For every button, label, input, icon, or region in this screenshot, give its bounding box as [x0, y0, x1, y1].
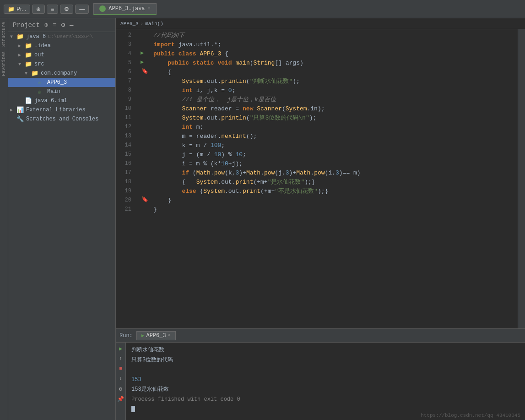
code-line-15: j = (m / 10 ) % 10 ;	[152, 150, 518, 159]
line-15: 15	[116, 150, 135, 159]
run-pin-btn[interactable]: 📌	[117, 395, 125, 403]
run-toolbar: ▶ ↑ ■ ↓ ⚙ 📌	[116, 343, 126, 420]
tree-idea[interactable]: ▶ 📁 .idea	[8, 41, 115, 50]
code-line-9: //i 是个位， j是十位，k是百位	[152, 95, 518, 104]
line-9: 9	[116, 95, 135, 104]
left-edge-panel: Structure Favorites	[0, 18, 8, 420]
output-cursor	[131, 406, 135, 412]
code-line-16: i = m % (k* 10 +j);	[152, 159, 518, 169]
line-13: 13	[116, 132, 135, 141]
right-scrollbar[interactable]	[518, 29, 525, 328]
tree-ext-libs[interactable]: ▶ 📊 External Libraries	[8, 105, 115, 115]
breakpoint-4: ▶	[141, 49, 144, 56]
settings-button2[interactable]: ≡	[47, 5, 58, 14]
code-line-12: int m;	[152, 123, 518, 132]
line-5: 5	[116, 59, 135, 68]
iml-label: java 6.iml	[34, 98, 67, 104]
output-line-2: 只算3位数的代码	[131, 355, 520, 365]
run-label: Run:	[119, 333, 133, 339]
code-line-3: import java.util.*;	[152, 40, 518, 49]
run-play-btn[interactable]: ▶	[117, 344, 125, 353]
gutter: ▶ ▶ 🔖 🔖	[139, 29, 152, 328]
src-icon: 📁	[25, 60, 33, 68]
run-up-btn[interactable]: ↑	[117, 355, 125, 363]
favorites-label[interactable]: Favorites	[0, 49, 7, 78]
line-18: 18	[116, 178, 135, 187]
code-line-17: if ( Math . pow (k, 3 )+ Math . pow (j, …	[152, 169, 518, 178]
code-content[interactable]: //代码如下 import java.util.*; public class …	[152, 29, 518, 328]
scratch-label: Scratches and Consoles	[26, 116, 98, 122]
sidebar-title: Project	[12, 21, 41, 30]
run-tab-close[interactable]: ×	[168, 333, 171, 338]
idea-icon: 📁	[25, 42, 33, 49]
tree-iml[interactable]: 📄 java 6.iml	[8, 96, 115, 105]
run-panel: Run: ▶ APP6_3 × ▶ ↑ ■ ↓ ⚙ 📌 判断水仙花数	[116, 328, 525, 420]
code-line-18: { System .out. print (+m+ "是水仙花数" );}	[152, 178, 518, 187]
run-tab-name: APP6_3	[146, 333, 166, 339]
run-down-btn[interactable]: ↓	[117, 375, 125, 383]
sidebar-header: Project ⊕ ≡ ⚙ —	[8, 18, 115, 32]
sidebar-minimize-btn[interactable]: —	[69, 21, 74, 30]
project-sidebar: Project ⊕ ≡ ⚙ — ▼ 📁 java 6 C:\Users\1836…	[8, 18, 116, 420]
tree-main[interactable]: ☕ Main	[8, 87, 115, 96]
minimize-button[interactable]: —	[75, 5, 89, 14]
out-arrow: ▶	[18, 52, 25, 58]
tree-app6-3[interactable]: ☕ APP6_3	[8, 78, 115, 87]
output-line-result: 153是水仙花数	[131, 385, 520, 395]
scratch-icon: 🔧	[16, 115, 25, 123]
code-line-20: }	[152, 196, 518, 205]
editor-area: APP6_3 › main() 2 3 4 5 6 7 8 9 10 11 12…	[116, 18, 525, 420]
tree-company[interactable]: ▼ 📁 com.company	[8, 69, 115, 78]
company-label: com.company	[41, 70, 77, 76]
sidebar-config-btn[interactable]: ≡	[52, 21, 57, 30]
code-line-4: public class APP6_3 {	[152, 49, 518, 59]
company-arrow: ▼	[25, 71, 31, 76]
project-button[interactable]: 📁 Pr...	[4, 5, 30, 14]
line-10: 10	[116, 104, 135, 114]
company-icon: 📁	[31, 70, 39, 77]
code-line-14: k = m / 100 ;	[152, 141, 518, 150]
tab-close-button[interactable]: ×	[148, 6, 151, 11]
code-line-8: int i, j,k = 0 ;	[152, 86, 518, 95]
breakpoint-5: ▶	[141, 59, 144, 65]
out-icon: 📁	[25, 51, 33, 59]
code-line-13: m = reader. nextInt ();	[152, 132, 518, 141]
sidebar-sync-btn[interactable]: ⊕	[43, 20, 49, 30]
line-19: 19	[116, 187, 135, 196]
tree-root[interactable]: ▼ 📁 java 6 C:\Users\18364\	[8, 32, 115, 41]
run-tab[interactable]: ▶ APP6_3 ×	[136, 331, 176, 340]
sidebar-gear-btn[interactable]: ⚙	[60, 20, 66, 30]
line-16: 16	[116, 159, 135, 169]
output-line-exit: Process finished with exit code 0	[131, 395, 520, 405]
run-settings-btn[interactable]: ⚙	[117, 385, 125, 393]
breadcrumb-method: main()	[145, 21, 163, 27]
line-20: 20	[116, 196, 135, 205]
line-7: 7	[116, 77, 135, 86]
navigation-button[interactable]: ⊕	[32, 5, 45, 14]
gear-button[interactable]: ⚙	[60, 5, 73, 14]
run-stop-btn[interactable]: ■	[117, 365, 125, 373]
project-label-text: Pr...	[16, 6, 26, 12]
main-label: Main	[47, 88, 60, 95]
idea-arrow: ▶	[18, 43, 25, 49]
run-header: Run: ▶ APP6_3 ×	[116, 329, 525, 343]
tree-out[interactable]: ▶ 📁 out	[8, 50, 115, 60]
line-11: 11	[116, 114, 135, 123]
structure-label[interactable]: Structure	[0, 20, 7, 49]
line-numbers: 2 3 4 5 6 7 8 9 10 11 12 13 14 15 16 17 …	[116, 29, 139, 328]
ext-icon: 📊	[16, 106, 25, 114]
run-output: 判断水仙花数 只算3位数的代码 153 153是水仙花数 Process fin…	[126, 343, 525, 420]
tree-src[interactable]: ▼ 📁 src	[8, 60, 115, 69]
code-editor[interactable]: 2 3 4 5 6 7 8 9 10 11 12 13 14 15 16 17 …	[116, 29, 525, 328]
out-label: out	[34, 52, 44, 58]
code-line-5: public static void main ( String [] args…	[152, 59, 518, 68]
line-12: 12	[116, 123, 135, 132]
code-line-21: }	[152, 205, 518, 214]
run-tab-icon: ▶	[141, 333, 145, 338]
tree-scratches[interactable]: 🔧 Scratches and Consoles	[8, 115, 115, 124]
editor-tab[interactable]: APP6_3.java ×	[93, 3, 156, 15]
bookmark-6: 🔖	[141, 68, 148, 75]
app-java-icon: ☕	[38, 79, 46, 86]
run-content: ▶ ↑ ■ ↓ ⚙ 📌 判断水仙花数 只算3位数的代码 153 153是水仙花数…	[116, 343, 525, 420]
root-label: java 6	[26, 33, 46, 40]
